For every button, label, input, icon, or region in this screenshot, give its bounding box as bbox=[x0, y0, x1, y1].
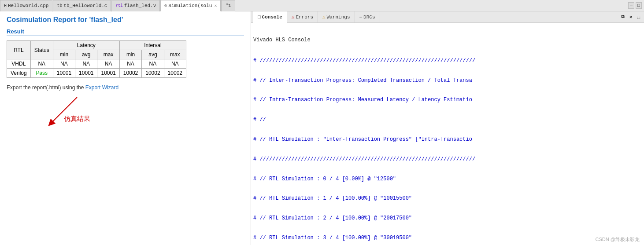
td-lat-max-verilog: 10001 bbox=[97, 69, 119, 78]
console-line-5: # //////////////////////////////////////… bbox=[253, 156, 642, 163]
console-line-3: # // bbox=[253, 116, 642, 124]
annotation-label-left: 仿真结果 bbox=[64, 115, 90, 123]
maximize-icon[interactable]: □ bbox=[636, 2, 642, 9]
report-title: Cosimulation Report for 'flash_led' bbox=[7, 16, 244, 24]
td-status-verilog: Pass bbox=[30, 69, 53, 78]
tab-helloworld-cpp[interactable]: H Helloworld.cpp bbox=[0, 0, 52, 11]
td-int-min-verilog: 10002 bbox=[119, 69, 141, 78]
tab-icon-h: H bbox=[4, 4, 7, 8]
th-int-avg: avg bbox=[142, 50, 164, 59]
right-panel: □ Console ⚠ Errors ⚠ Warnings ≡ DRCs ⧉ ✕… bbox=[251, 11, 644, 245]
th-int-min: min bbox=[119, 50, 141, 59]
console-tabs: □ Console ⚠ Errors ⚠ Warnings ≡ DRCs ⧉ ✕… bbox=[251, 11, 644, 23]
watermark: CSDN @终极末影龙 bbox=[596, 236, 640, 243]
console-line-1: # // Inter-Transaction Progress: Complet… bbox=[253, 77, 642, 84]
console-line-4: # // RTL Simulation : "Inter-Transaction… bbox=[253, 136, 642, 143]
td-int-avg-vhdl: NA bbox=[142, 59, 164, 69]
tab-bar-left: H Helloworld.cpp tb tb_Helloworld.c rtl … bbox=[0, 0, 628, 11]
console-line-2: # // Intra-Transaction Progress: Measure… bbox=[253, 96, 642, 104]
left-panel: Cosimulation Report for 'flash_led' Resu… bbox=[0, 11, 251, 245]
tab-label-flash-led: flash_led.v bbox=[124, 3, 156, 8]
console-line-7: # // RTL Simulation : 1 / 4 [100.00%] @ … bbox=[253, 195, 642, 202]
console-clear-icon[interactable]: ✕ bbox=[628, 13, 634, 21]
console-title-line: Vivado HLS Console bbox=[253, 37, 642, 44]
td-int-max-vhdl: NA bbox=[164, 59, 186, 69]
console-tab-drcs[interactable]: ≡ DRCs bbox=[355, 11, 380, 23]
td-lat-min-vhdl: NA bbox=[53, 59, 75, 69]
tab-simulation[interactable]: ⚙ Simulation(solu ✕ bbox=[160, 0, 221, 11]
console-tab-console[interactable]: □ Console bbox=[253, 11, 287, 23]
main-area: Cosimulation Report for 'flash_led' Resu… bbox=[0, 11, 644, 245]
tab-label-tb: tb_Helloworld.c bbox=[63, 3, 107, 8]
tab-icon-sim: ⚙ bbox=[164, 3, 167, 8]
tab-flash-led-v[interactable]: rtl flash_led.v bbox=[111, 0, 160, 11]
td-lat-min-verilog: 10001 bbox=[53, 69, 75, 78]
simulation-table: RTL Status Latency Interval min avg max … bbox=[7, 40, 186, 78]
table-row-verilog: Verilog Pass 10001 10001 10001 10002 100… bbox=[7, 69, 186, 78]
tab-label-simulation: Simulation(solu bbox=[168, 3, 212, 8]
tab-label-helloworld: Helloworld.cpp bbox=[8, 3, 48, 8]
td-rtl-vhdl: VHDL bbox=[7, 59, 31, 69]
tab-bar: H Helloworld.cpp tb tb_Helloworld.c rtl … bbox=[0, 0, 644, 11]
console-tab-errors[interactable]: ⚠ Errors bbox=[287, 11, 318, 23]
console-icon: □ bbox=[258, 15, 261, 20]
th-latency-group: Latency bbox=[53, 41, 119, 50]
minimize-icon[interactable]: ─ bbox=[628, 2, 634, 9]
td-int-max-verilog: 10002 bbox=[164, 69, 186, 78]
td-status-vhdl: NA bbox=[30, 59, 53, 69]
console-tab-label-errors: Errors bbox=[296, 15, 313, 20]
console-tab-label-drcs: DRCs bbox=[363, 15, 375, 20]
export-wizard-link[interactable]: Export Wizard bbox=[85, 84, 118, 91]
th-status-empty: Status bbox=[30, 41, 53, 59]
tab-icon-rtl: rtl bbox=[115, 4, 122, 8]
th-lat-max: max bbox=[97, 50, 119, 59]
td-lat-max-vhdl: NA bbox=[97, 59, 119, 69]
table-header-group-row: RTL Status Latency Interval bbox=[7, 41, 186, 50]
td-rtl-verilog: Verilog bbox=[7, 69, 31, 78]
console-line-0: # //////////////////////////////////////… bbox=[253, 57, 642, 65]
result-label: Result bbox=[7, 28, 244, 36]
export-text-label: Export the report(.html) using the bbox=[7, 84, 85, 91]
th-rtl-empty: RTL bbox=[7, 41, 31, 59]
th-lat-min: min bbox=[53, 50, 75, 59]
tab-close-simulation[interactable]: ✕ bbox=[214, 3, 217, 8]
warnings-icon: ⚠ bbox=[322, 14, 326, 20]
td-int-min-vhdl: NA bbox=[119, 59, 141, 69]
console-line-6: # // RTL Simulation : 0 / 4 [0.00%] @ "1… bbox=[253, 176, 642, 183]
drcs-icon: ≡ bbox=[359, 15, 363, 20]
th-interval-group: Interval bbox=[119, 41, 186, 50]
console-line-9: # // RTL Simulation : 3 / 4 [100.00%] @ … bbox=[253, 234, 642, 242]
td-lat-avg-vhdl: NA bbox=[75, 59, 97, 69]
console-line-8: # // RTL Simulation : 2 / 4 [100.00%] @ … bbox=[253, 215, 642, 222]
th-int-max: max bbox=[164, 50, 186, 59]
td-lat-avg-verilog: 10001 bbox=[75, 69, 97, 78]
table-row-vhdl: VHDL NA NA NA NA NA NA NA bbox=[7, 59, 186, 69]
tab-extra[interactable]: "1 bbox=[221, 0, 235, 11]
tab-label-extra: "1 bbox=[225, 3, 231, 8]
errors-icon: ⚠ bbox=[292, 14, 295, 20]
console-expand-icon[interactable]: ⬚ bbox=[635, 13, 642, 21]
tab-bar-actions: ─ □ bbox=[628, 2, 644, 9]
td-int-avg-verilog: 10002 bbox=[142, 69, 164, 78]
console-tab-label-warnings: Warnings bbox=[327, 15, 350, 20]
console-content[interactable]: Vivado HLS Console # ///////////////////… bbox=[251, 23, 644, 245]
console-tab-warnings[interactable]: ⚠ Warnings bbox=[318, 11, 355, 23]
annotation-container: 仿真结果 bbox=[7, 93, 244, 137]
console-action-icons: ⧉ ✕ ⬚ bbox=[619, 13, 642, 21]
export-text: Export the report(.html) using the Expor… bbox=[7, 84, 244, 91]
console-copy-icon[interactable]: ⧉ bbox=[619, 13, 626, 21]
console-tab-label-console: Console bbox=[262, 15, 282, 20]
tab-tb-helloworld[interactable]: tb tb_Helloworld.c bbox=[53, 0, 111, 11]
tab-icon-tb: tb bbox=[57, 4, 62, 8]
th-lat-avg: avg bbox=[75, 50, 97, 59]
